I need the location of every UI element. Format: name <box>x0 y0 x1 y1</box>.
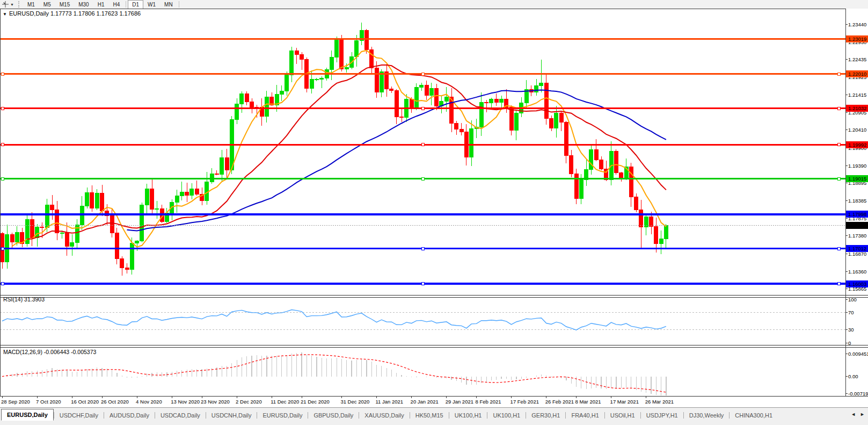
price-axis-tick: 1.18385 <box>848 198 866 204</box>
macd-indicator-label: MACD(12,26,9) -0.006443 -0.005373 <box>3 349 96 355</box>
chart-tab-eurusd-daily[interactable]: EURUSD,Daily <box>1 409 54 421</box>
date-axis-label: 11 Dec 2020 <box>271 399 299 405</box>
date-axis-label: 26 Mar 2021 <box>645 399 674 405</box>
chart-tab-uk100-h1[interactable]: UK100,H1 <box>449 410 487 421</box>
macd-axis-tick: -0.00719 <box>848 391 868 397</box>
chart-tab-uk100-h1[interactable]: UK100,H1 <box>487 410 526 421</box>
macd-axis-tick: 0.00 <box>848 373 858 379</box>
moving-average-21 <box>27 65 666 239</box>
crosshair-tool-button[interactable]: ▼ <box>0 0 16 9</box>
level-price-badge: 1.22010 <box>848 71 866 77</box>
level-price-badge: 1.19992 <box>848 142 866 148</box>
price-axis-tick: 1.16360 <box>848 269 866 275</box>
level-price-badge: 1.17998 <box>848 211 866 217</box>
price-axis-tick: 1.20410 <box>848 127 866 133</box>
tab-scroll-controls: ◄ ► <box>848 408 868 421</box>
date-axis: 28 Sep 20207 Oct 202016 Oct 202026 Oct 2… <box>1 396 674 405</box>
date-axis-label: 11 Jan 2021 <box>376 399 404 405</box>
timeframe-button-h1[interactable]: H1 <box>93 0 109 9</box>
chart-tab-audusd-daily[interactable]: AUDUSD,Daily <box>104 410 155 421</box>
toolbar-grip[interactable] <box>18 1 21 8</box>
timeframe-button-m15[interactable]: M15 <box>55 0 74 9</box>
crosshair-icon <box>2 1 9 8</box>
timeframe-button-w1[interactable]: W1 <box>143 0 160 9</box>
price-axis-tick: 1.22435 <box>848 56 866 62</box>
date-axis-label: 28 Sep 2020 <box>1 399 30 405</box>
date-axis-label: 2 Dec 2020 <box>236 399 262 405</box>
toolbar-separator <box>179 1 179 8</box>
chart-tab-usdcad-daily[interactable]: USDCAD,Daily <box>155 410 206 421</box>
macd-histogram <box>2 352 666 395</box>
date-axis-label: 23 Nov 2020 <box>201 399 230 405</box>
chart-tab-eurusd-daily[interactable]: EURUSD,Daily <box>257 410 308 421</box>
chart-tab-china300-h1[interactable]: CHINA300,H1 <box>730 410 778 421</box>
price-axis-tick: 1.17380 <box>848 233 866 239</box>
chart-title-text: EURUSD,Daily 1.17773 1.17806 1.17623 1.1… <box>9 10 141 17</box>
level-price-badge: 1.23019 <box>848 36 866 42</box>
timeframe-button-m5[interactable]: M5 <box>39 0 55 9</box>
date-axis-label: 31 Dec 2020 <box>340 399 369 405</box>
price-chart-canvas: 1.234401.229301.224351.219251.214151.209… <box>0 9 868 407</box>
date-axis-label: 13 Nov 2020 <box>171 399 200 405</box>
rsi-axis-tick: 100 <box>848 297 857 302</box>
level-price-badge: 1.19015 <box>848 176 866 182</box>
level-price-badge: 1.21032 <box>848 105 866 111</box>
chart-tab-usdjpy-h1[interactable]: USDJPY,H1 <box>641 410 683 421</box>
chart-tab-usdchf-daily[interactable]: USDCHF,Daily <box>54 410 104 421</box>
chart-tab-dj30-weekly[interactable]: DJ30,Weekly <box>684 410 730 421</box>
chart-tabs: EURUSD,DailyUSDCHF,DailyAUDUSD,DailyUSDC… <box>1 408 848 421</box>
timeframe-button-m1[interactable]: M1 <box>23 0 39 9</box>
price-level-badges: 1.230191.220101.210321.199921.190151.179… <box>846 35 868 287</box>
date-axis-label: 4 Nov 2020 <box>136 399 162 405</box>
timeframe-buttons: M1M5M15M30H1H4D1W1MN <box>23 0 181 9</box>
date-axis-label: 21 Dec 2020 <box>301 399 330 405</box>
rsi-indicator-label: RSI(14) 31.3903 <box>3 296 45 302</box>
price-axis-tick: 1.23440 <box>848 21 866 27</box>
chart-tab-ger30-h1[interactable]: GER30,H1 <box>526 410 565 421</box>
level-price-badge: 1.17012 <box>848 246 866 251</box>
timeframe-toolbar: ▼ M1M5M15M30H1H4D1W1MN <box>0 0 868 9</box>
rsi-axis-tick: 70 <box>848 309 854 315</box>
timeframe-button-d1[interactable]: D1 <box>128 0 143 9</box>
macd-axis: 0.0094510.00-0.00719 <box>845 351 868 397</box>
chevron-down-icon[interactable]: ▼ <box>10 3 14 6</box>
chart-tab-usdcnh-daily[interactable]: USDCNH,Daily <box>206 410 257 421</box>
chart-area[interactable]: 1.234401.229301.224351.219251.214151.209… <box>0 9 868 407</box>
chart-title: ▼EURUSD,Daily 1.17773 1.17806 1.17623 1.… <box>3 10 141 17</box>
chart-tab-bar: EURUSD,DailyUSDCHF,DailyAUDUSD,DailyUSDC… <box>0 407 868 425</box>
macd-axis-tick: 0.009451 <box>848 351 868 357</box>
chart-tab-xauusd-daily[interactable]: XAUUSD,Daily <box>359 410 409 421</box>
date-axis-label: 26 Feb 2021 <box>545 399 574 405</box>
terminal-window: ▼ M1M5M15M30H1H4D1W1MN 1.234401.229301.2… <box>0 0 868 425</box>
rsi-axis-tick: 30 <box>848 327 854 333</box>
current-price-badge: 1.17686 <box>848 222 866 228</box>
timeframe-button-mn[interactable]: MN <box>160 0 177 9</box>
level-price-badge: 1.16003 <box>848 281 866 287</box>
symbol-caret-icon[interactable]: ▼ <box>3 12 7 17</box>
chart-tab-gbpusd-daily[interactable]: GBPUSD,Daily <box>308 410 359 421</box>
timeframe-button-h4[interactable]: H4 <box>108 0 124 9</box>
date-axis-label: 8 Mar 2021 <box>575 399 601 405</box>
date-axis-label: 7 Oct 2020 <box>36 399 61 405</box>
tab-scroll-right-button[interactable]: ► <box>860 412 865 417</box>
date-axis-label: 17 Mar 2021 <box>610 399 639 405</box>
price-axis-tick: 1.21415 <box>848 92 866 98</box>
timeframe-button-m30[interactable]: M30 <box>74 0 93 9</box>
tab-scroll-left-button[interactable]: ◄ <box>851 412 856 417</box>
date-axis-label: 20 Jan 2021 <box>411 399 439 405</box>
rsi-axis: 10070300 <box>845 297 857 346</box>
date-axis-label: 29 Jan 2021 <box>446 399 473 405</box>
price-axis-tick: 1.19390 <box>848 163 866 169</box>
chart-tab-usoil-h1[interactable]: USOil,H1 <box>605 410 640 421</box>
candlesticks <box>1 23 668 276</box>
toolbar-separator <box>126 1 126 8</box>
date-axis-label: 16 Oct 2020 <box>71 399 99 405</box>
rsi-line <box>2 310 666 330</box>
date-axis-label: 8 Feb 2021 <box>476 399 501 405</box>
rsi-axis-tick: 0 <box>848 340 851 346</box>
chart-tab-hk50-m15[interactable]: HK50,M15 <box>410 410 449 421</box>
date-axis-label: 17 Feb 2021 <box>510 399 539 405</box>
pane-frames <box>0 9 868 397</box>
chart-tab-fra40-h1[interactable]: FRA40,H1 <box>566 410 604 421</box>
date-axis-label: 26 Oct 2020 <box>101 399 129 405</box>
